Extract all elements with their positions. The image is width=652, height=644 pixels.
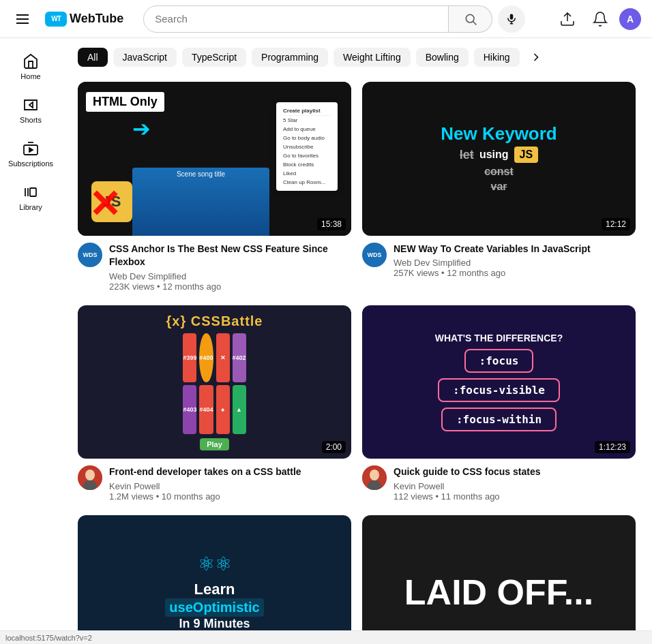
video-info-v1: WDS CSS Anchor Is The Best New CSS Featu… [78, 236, 351, 294]
video-card-v1[interactable]: HTML Only ➔ JS ✕ Create playlist 5 Star … [78, 82, 351, 294]
thumbnail-v6: LAID OFF... 8:45 [362, 515, 636, 644]
channel-name-v4: Kevin Powell [394, 481, 636, 491]
video-title-v4: Quick guide to CSS focus states [394, 465, 636, 479]
video-card-v5[interactable]: ⚛ ⚛ Learn useOptimistic In 9 Minutes 9:1… [78, 515, 351, 644]
chip-all[interactable]: All [78, 48, 108, 67]
sidebar-item-home[interactable]: Home [0, 46, 61, 87]
search-input[interactable] [155, 13, 437, 25]
thumb-keyword-row: let using JS [460, 147, 538, 163]
video-card-v6[interactable]: LAID OFF... 8:45 LAID OFF... Kevi [362, 515, 636, 644]
thumb-js-badge: JS [514, 147, 539, 163]
library-icon [23, 184, 39, 200]
microphone-button[interactable] [498, 5, 525, 33]
thumb-title: HTML Only [86, 92, 164, 112]
sidebar-subscriptions-label: Subscriptions [8, 159, 53, 168]
video-info-v3: Front-end developer takes on a CSS battl… [78, 459, 351, 504]
focus-lines: :focus :focus-visible :focus-within [438, 349, 560, 431]
upload-button[interactable] [554, 5, 581, 33]
svg-line-1 [473, 21, 476, 25]
video-stats-v2: 257K views • 12 months ago [394, 268, 636, 278]
channel-avatar-v4 [362, 465, 387, 490]
sidebar-library-label: Library [19, 203, 42, 211]
chips-bar: All JavaScript TypeScript Programming We… [78, 38, 636, 76]
hamburger-line [16, 14, 29, 16]
thumbnail-v3: {x} CSSBattle #399 #400 ✕ #402 #403 #404… [78, 305, 351, 459]
chip-javascript[interactable]: JavaScript [113, 48, 177, 67]
video-grid: HTML Only ➔ JS ✕ Create playlist 5 Star … [78, 82, 636, 644]
channel-avatar-v2: WDS [362, 243, 387, 267]
notifications-button[interactable] [587, 5, 614, 33]
home-icon [23, 53, 39, 70]
chip-hiking[interactable]: Hiking [474, 48, 520, 67]
duration-badge-v2: 12:12 [602, 218, 630, 230]
channel-name-v2: Web Dev Simplified [394, 258, 636, 268]
thumb-cssbattle-label: {x} CSSBattle [166, 313, 263, 329]
focus-line-3: :focus-within [441, 408, 557, 431]
shorts-icon [23, 97, 39, 113]
header-right: A [554, 5, 641, 33]
sidebar-item-library[interactable]: Library [0, 177, 61, 218]
channel-avatar-v3 [78, 465, 102, 490]
avatar-img-v3 [78, 465, 102, 490]
header: WT WebTube [0, 0, 652, 38]
bell-icon [592, 11, 608, 27]
thumb-xmark: ✕ [89, 185, 121, 224]
video-info-v4: Quick guide to CSS focus states Kevin Po… [362, 459, 636, 504]
chips-next-button[interactable] [525, 46, 547, 68]
video-card-v3[interactable]: {x} CSSBattle #399 #400 ✕ #402 #403 #404… [78, 305, 351, 504]
video-meta-v1: CSS Anchor Is The Best New CSS Feature S… [109, 243, 351, 292]
logo-text: WebTube [70, 12, 123, 26]
thumb-keyword-text: New Keyword [441, 124, 557, 144]
logo[interactable]: WT WebTube [45, 12, 123, 27]
thumb-arrow: ➔ [132, 116, 151, 142]
search-input-wrap [143, 5, 449, 33]
chip-bowling[interactable]: Bowling [416, 48, 469, 67]
thumb-grid: #399 #400 ✕ #402 #403 #404 ♠ ▲ [183, 333, 246, 435]
video-stats-v1: 223K views • 12 months ago [109, 281, 351, 292]
duration-badge-v1: 15:38 [317, 218, 346, 230]
logo-icon: WT [45, 12, 67, 27]
thumb-menu: Create playlist 5 Star Add to queue Go t… [276, 102, 338, 191]
header-left: WT WebTube [11, 9, 123, 29]
status-bar: localhost:5175/watch?v=2 [0, 630, 652, 644]
video-card-v4[interactable]: WHAT'S THE DIFFERENCE? :focus :focus-vis… [362, 305, 636, 504]
svg-point-11 [85, 470, 95, 480]
svg-point-0 [466, 14, 474, 22]
channel-name-v1: Web Dev Simplified [109, 271, 351, 281]
sidebar-shorts-label: Shorts [20, 116, 42, 124]
video-meta-v4: Quick guide to CSS focus states Kevin Po… [394, 465, 636, 502]
account-button[interactable]: A [619, 8, 641, 30]
upload-icon [559, 11, 576, 27]
chevron-right-icon [529, 50, 543, 64]
svg-rect-2 [510, 14, 514, 19]
thumbnail-v1: HTML Only ➔ JS ✕ Create playlist 5 Star … [78, 82, 351, 236]
video-stats-v3: 1.2M views • 10 months ago [109, 491, 351, 502]
svg-rect-9 [30, 188, 36, 196]
thumb-play-btn: Play [200, 438, 229, 450]
sidebar-item-subscriptions[interactable]: Subscriptions [0, 134, 61, 174]
subscriptions-icon [23, 140, 39, 157]
microphone-icon [505, 13, 518, 25]
search-icon [464, 12, 477, 26]
focus-line-1: :focus [464, 349, 534, 373]
channel-avatar-v1: WDS [78, 243, 102, 267]
channel-name-v3: Kevin Powell [109, 481, 351, 491]
video-info-v2: WDS NEW Way To Create Variables In JavaS… [362, 236, 636, 281]
focus-line-2: :focus-visible [438, 378, 560, 402]
thumbnail-v5: ⚛ ⚛ Learn useOptimistic In 9 Minutes 9:1… [78, 515, 351, 644]
sidebar-item-shorts[interactable]: Shorts [0, 90, 61, 131]
chip-typescript[interactable]: TypeScript [182, 48, 246, 67]
thumb-const: const [484, 166, 514, 178]
thumb-using: using [479, 149, 509, 161]
video-card-v2[interactable]: New Keyword let using JS const var 12:12… [362, 82, 636, 294]
duration-badge-v3: 2:00 [322, 441, 346, 453]
video-stats-v4: 112 views • 11 months ago [394, 491, 636, 502]
search-button[interactable] [449, 5, 492, 33]
video-meta-v2: NEW Way To Create Variables In JavaScrip… [394, 243, 636, 279]
menu-button[interactable] [11, 9, 34, 29]
chip-weightlifting[interactable]: Weight Lifting [334, 48, 411, 67]
thumbnail-v4: WHAT'S THE DIFFERENCE? :focus :focus-vis… [362, 305, 636, 459]
main-content: All JavaScript TypeScript Programming We… [61, 38, 652, 644]
sidebar: Home Shorts Subscriptions Library [0, 38, 61, 644]
chip-programming[interactable]: Programming [252, 48, 328, 67]
